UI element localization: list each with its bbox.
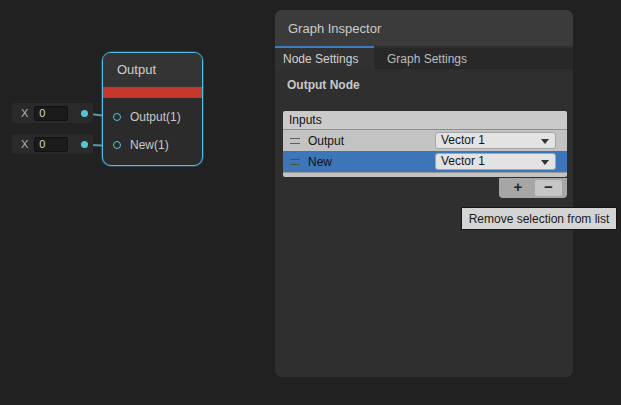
port-icon[interactable] bbox=[113, 113, 121, 121]
list-row-output[interactable]: Output Vector 1 bbox=[283, 130, 567, 151]
list-footer: + − bbox=[499, 178, 567, 198]
dropdown-value: Vector 1 bbox=[441, 133, 485, 147]
connector-dot-icon[interactable] bbox=[81, 110, 88, 117]
remove-item-button[interactable]: − bbox=[535, 180, 562, 196]
vector-input-widget-1: X bbox=[12, 103, 93, 123]
node-title: Output bbox=[103, 53, 202, 87]
dropdown-value: Vector 1 bbox=[441, 154, 485, 168]
output-node[interactable]: Output Output(1) New(1) bbox=[102, 52, 203, 166]
node-ports: Output(1) New(1) bbox=[103, 98, 202, 159]
port-label: Output(1) bbox=[130, 110, 181, 124]
port-row-output: Output(1) bbox=[103, 103, 202, 131]
port-label: New(1) bbox=[130, 138, 169, 152]
axis-label: X bbox=[21, 107, 28, 119]
axis-label: X bbox=[21, 138, 28, 150]
tooltip: Remove selection from list bbox=[461, 207, 617, 230]
panel-title[interactable]: Graph Inspector bbox=[275, 10, 573, 46]
type-dropdown[interactable]: Vector 1 bbox=[435, 132, 556, 149]
node-color-bar bbox=[103, 87, 202, 98]
inputs-list: Inputs Output Vector 1 New Vector 1 bbox=[283, 111, 567, 177]
add-item-button[interactable]: + bbox=[504, 180, 532, 196]
tab-node-settings[interactable]: Node Settings bbox=[275, 48, 374, 69]
row-label: New bbox=[308, 155, 332, 169]
graph-inspector-panel: Graph Inspector Node Settings Graph Sett… bbox=[275, 10, 573, 377]
row-label: Output bbox=[308, 134, 344, 148]
vector-input-widget-2: X bbox=[12, 134, 93, 154]
chevron-down-icon bbox=[541, 139, 549, 144]
drag-handle-icon[interactable] bbox=[290, 159, 300, 165]
number-field[interactable] bbox=[34, 106, 68, 121]
tab-graph-settings[interactable]: Graph Settings bbox=[374, 48, 484, 69]
connector-dot-icon[interactable] bbox=[81, 141, 88, 148]
number-field[interactable] bbox=[34, 137, 68, 152]
drag-handle-icon[interactable] bbox=[290, 138, 300, 144]
port-icon[interactable] bbox=[113, 141, 121, 149]
type-dropdown[interactable]: Vector 1 bbox=[435, 153, 556, 170]
list-row-new[interactable]: New Vector 1 bbox=[283, 151, 567, 172]
port-row-new: New(1) bbox=[103, 131, 202, 159]
inputs-list-header: Inputs bbox=[283, 111, 567, 130]
section-title: Output Node bbox=[287, 78, 360, 92]
tab-bar: Node Settings Graph Settings bbox=[275, 48, 573, 69]
list-bottom-strip bbox=[283, 172, 567, 177]
chevron-down-icon bbox=[541, 160, 549, 165]
